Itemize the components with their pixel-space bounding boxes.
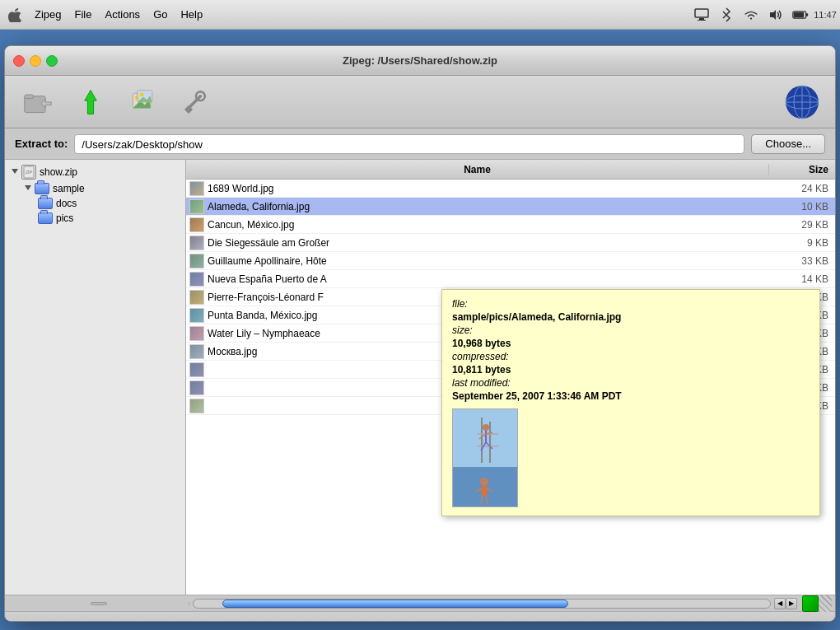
file-thumbnail	[189, 308, 204, 323]
file-thumbnail	[189, 326, 204, 341]
maximize-button[interactable]	[46, 55, 58, 67]
menubar-actions[interactable]: Actions	[105, 8, 140, 21]
svg-point-39	[480, 478, 488, 486]
tools-icon	[181, 87, 211, 117]
file-row[interactable]: Alameda, California.jpg 10 KB	[186, 198, 835, 216]
file-row[interactable]: Die Siegessäule am Großer 9 KB	[186, 234, 835, 252]
docs-folder-icon	[38, 198, 53, 209]
menubar-zipeg[interactable]: Zipeg	[35, 8, 62, 21]
triangle-down-icon-2	[25, 185, 31, 192]
menubar-help[interactable]: Help	[180, 8, 203, 21]
docs-label: docs	[56, 198, 77, 209]
extract-path[interactable]: /Users/zak/Desktop/show	[74, 134, 744, 154]
resize-corner[interactable]	[819, 595, 832, 612]
sidebar-item-showzip[interactable]: ZIP show.zip	[5, 163, 185, 181]
menubar: Zipeg File Actions Go Help 11:47	[0, 0, 840, 30]
svg-point-33	[483, 424, 489, 431]
file-thumbnail	[189, 399, 204, 413]
sample-folder-icon	[35, 183, 49, 194]
file-row[interactable]: Guillaume Apollinaire, Hôte 33 KB	[186, 252, 835, 270]
file-list-header: Name Size	[186, 160, 835, 180]
battery-icon	[792, 7, 809, 23]
file-name: Die Siegessäule am Großer	[208, 237, 769, 249]
file-thumbnail	[189, 380, 204, 395]
clock-icon: 11:47	[817, 7, 833, 23]
svg-text:ZIP: ZIP	[26, 170, 32, 175]
extract-icon	[76, 87, 105, 117]
svg-point-15	[140, 92, 144, 96]
tooltip-modified-value: September 25, 2007 1:33:46 AM PDT	[452, 390, 810, 402]
sidebar-sample-group: sample docs pics	[5, 181, 185, 226]
minimize-button[interactable]	[30, 55, 41, 67]
window-title: Zipeg: /Users/Shared/show.zip	[343, 54, 497, 67]
file-thumbnail	[189, 362, 204, 377]
scrollbar-thumb[interactable]	[222, 600, 568, 608]
showzip-label: show.zip	[40, 166, 77, 178]
file-thumbnail	[189, 199, 204, 214]
file-size: 24 KB	[769, 183, 835, 194]
pics-folder-icon	[38, 212, 53, 224]
file-size: 29 KB	[769, 219, 835, 231]
bottom-scrollbar-area: ◀ ▶	[5, 595, 835, 611]
menubar-go[interactable]: Go	[153, 8, 167, 21]
titlebar: Zipeg: /Users/Shared/show.zip	[5, 46, 835, 76]
tooltip-compressed-value: 10,811 bytes	[452, 364, 810, 376]
sidebar-item-sample[interactable]: sample	[18, 181, 185, 196]
svg-rect-8	[25, 95, 34, 99]
file-name: Nueva España Puerto de A	[208, 273, 769, 285]
extract-label: Extract to:	[15, 138, 68, 150]
pics-label: pics	[56, 212, 73, 224]
statusbar: sample/pics/Alameda, California.jpg 10 K…	[5, 611, 835, 622]
column-name[interactable]: Name	[186, 164, 769, 175]
scroll-left-button[interactable]: ◀	[774, 598, 786, 609]
sidebar-item-pics[interactable]: pics	[31, 211, 185, 226]
svg-rect-1	[699, 18, 704, 20]
file-row[interactable]: Cancun, México.jpg 29 KB	[186, 216, 835, 234]
status-size: 10 KB	[767, 619, 794, 623]
tooltip-preview-image	[452, 408, 518, 507]
extract-button[interactable]	[68, 81, 114, 124]
file-thumbnail	[189, 236, 204, 250]
sidebar: ZIP show.zip sample docs	[5, 160, 186, 595]
file-row[interactable]: Nueva España Puerto de A 14 KB	[186, 270, 835, 288]
file-name: 1689 World.jpg	[208, 183, 769, 194]
svg-rect-6	[794, 12, 805, 17]
file-name: Cancun, México.jpg	[208, 219, 769, 231]
svg-rect-40	[482, 486, 487, 496]
file-row[interactable]: 1689 World.jpg 24 KB	[186, 180, 835, 198]
status-green-indicator	[802, 595, 819, 612]
sidebar-item-docs[interactable]: docs	[31, 196, 185, 211]
scroll-right-button[interactable]: ▶	[786, 598, 797, 609]
file-thumbnail	[189, 290, 204, 305]
unzip-folder-button[interactable]	[15, 81, 61, 124]
zip-file-icon: ZIP	[21, 165, 36, 180]
svg-rect-2	[698, 20, 706, 21]
bluetooth-icon	[718, 7, 735, 23]
tools-button[interactable]	[173, 81, 219, 124]
sidebar-children: docs pics	[18, 196, 185, 226]
triangle-down-icon	[12, 169, 18, 175]
choose-button[interactable]: Choose...	[751, 134, 825, 154]
file-thumbnail	[189, 181, 204, 196]
file-size: 9 KB	[769, 237, 835, 249]
menubar-right-icons: 11:47	[693, 7, 833, 23]
status-path: sample/pics/Alameda, California.jpg	[13, 619, 760, 623]
horizontal-scrollbar[interactable]: ◀ ▶	[189, 598, 800, 609]
file-thumbnail	[189, 272, 204, 287]
file-size: 33 KB	[769, 255, 835, 267]
globe-icon	[782, 82, 822, 122]
sidebar-resize-handle[interactable]	[8, 602, 189, 605]
preview-button[interactable]	[120, 81, 166, 124]
globe-button[interactable]	[779, 81, 825, 124]
file-thumbnail	[189, 217, 204, 232]
apple-menu-icon[interactable]	[7, 7, 21, 22]
tooltip-size-label: size:	[452, 324, 810, 336]
column-size[interactable]: Size	[769, 164, 835, 175]
svg-rect-5	[806, 13, 809, 16]
menubar-file[interactable]: File	[75, 8, 92, 21]
preview-icon	[128, 87, 158, 117]
close-button[interactable]	[13, 55, 25, 67]
app-window: Zipeg: /Users/Shared/show.zip	[4, 45, 836, 622]
unzip-folder-icon	[23, 87, 53, 117]
file-size: 14 KB	[769, 273, 835, 285]
